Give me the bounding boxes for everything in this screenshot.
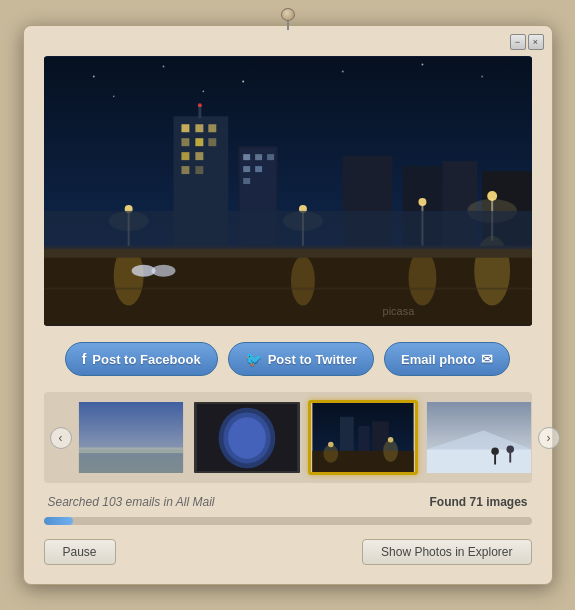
svg-point-3 — [162, 66, 164, 68]
pause-button[interactable]: Pause — [44, 539, 116, 565]
post-facebook-button[interactable]: f Post to Facebook — [65, 342, 218, 376]
thumbnail-4[interactable] — [424, 400, 534, 475]
svg-rect-18 — [195, 152, 203, 160]
svg-rect-28 — [243, 166, 250, 172]
svg-point-80 — [506, 446, 514, 454]
pin — [278, 8, 298, 30]
window-controls: − × — [510, 34, 544, 50]
next-nav-button[interactable]: › — [538, 427, 560, 449]
email-photo-button[interactable]: Email photo ✉ — [384, 342, 510, 376]
svg-rect-52 — [44, 288, 532, 290]
thumbnail-strip: ‹ — [44, 392, 532, 483]
email-label: Email photo — [401, 352, 475, 367]
svg-rect-27 — [267, 154, 274, 160]
facebook-label: Post to Facebook — [92, 352, 200, 367]
svg-rect-25 — [243, 154, 250, 160]
searched-status: Searched 103 emails in All Mail — [48, 495, 215, 509]
thumbnail-2[interactable] — [192, 400, 302, 475]
svg-rect-13 — [208, 124, 216, 132]
svg-rect-67 — [340, 417, 354, 452]
svg-rect-21 — [198, 106, 201, 118]
facebook-icon: f — [82, 351, 87, 367]
svg-point-6 — [421, 64, 423, 66]
thumbnail-1[interactable] — [76, 400, 186, 475]
svg-rect-12 — [195, 124, 203, 132]
svg-point-78 — [491, 447, 499, 455]
svg-rect-29 — [255, 166, 262, 172]
svg-rect-56 — [44, 211, 532, 249]
progress-bar-fill — [44, 517, 73, 525]
svg-point-22 — [197, 103, 201, 107]
pin-needle — [287, 21, 289, 30]
twitter-icon: 🐦 — [245, 351, 262, 367]
svg-text:picasa: picasa — [382, 305, 415, 317]
svg-rect-26 — [255, 154, 262, 160]
svg-rect-11 — [181, 124, 189, 132]
svg-point-5 — [341, 70, 343, 72]
bottom-buttons: Pause Show Photos in Explorer — [44, 539, 532, 569]
svg-rect-17 — [181, 152, 189, 160]
action-buttons: f Post to Facebook 🐦 Post to Twitter Ema… — [44, 342, 532, 376]
svg-rect-60 — [78, 447, 182, 453]
pin-head — [281, 8, 295, 21]
svg-rect-15 — [195, 138, 203, 146]
svg-rect-14 — [181, 138, 189, 146]
close-button[interactable]: × — [528, 34, 544, 50]
svg-point-42 — [418, 198, 426, 206]
progress-bar-container — [44, 517, 532, 525]
found-status: Found 71 images — [429, 495, 527, 509]
email-icon: ✉ — [481, 351, 493, 367]
main-window: − × — [23, 25, 553, 585]
svg-point-2 — [92, 75, 94, 77]
svg-point-54 — [151, 265, 175, 277]
thumbnail-3-active[interactable] — [308, 400, 418, 475]
svg-point-8 — [112, 96, 114, 98]
post-twitter-button[interactable]: 🐦 Post to Twitter — [228, 342, 374, 376]
svg-rect-76 — [426, 449, 530, 473]
twitter-label: Post to Twitter — [268, 352, 357, 367]
svg-point-4 — [242, 80, 244, 82]
svg-rect-19 — [181, 166, 189, 174]
status-bar: Searched 103 emails in All Mail Found 71… — [44, 495, 532, 509]
svg-rect-16 — [208, 138, 216, 146]
minimize-button[interactable]: − — [510, 34, 526, 50]
svg-point-9 — [202, 91, 204, 93]
svg-point-49 — [290, 256, 314, 306]
content-area: picasa f Post to Facebook 🐦 Post to Twit… — [24, 26, 552, 584]
thumbnails — [76, 400, 534, 475]
svg-rect-20 — [195, 166, 203, 174]
prev-nav-button[interactable]: ‹ — [50, 427, 72, 449]
main-photo: picasa — [44, 56, 532, 326]
svg-point-74 — [383, 440, 398, 462]
svg-rect-30 — [243, 178, 250, 184]
svg-rect-68 — [358, 426, 369, 452]
svg-point-7 — [481, 75, 483, 77]
svg-point-64 — [228, 417, 266, 459]
svg-point-50 — [408, 250, 436, 306]
svg-point-72 — [323, 444, 338, 462]
show-in-explorer-button[interactable]: Show Photos in Explorer — [362, 539, 531, 565]
